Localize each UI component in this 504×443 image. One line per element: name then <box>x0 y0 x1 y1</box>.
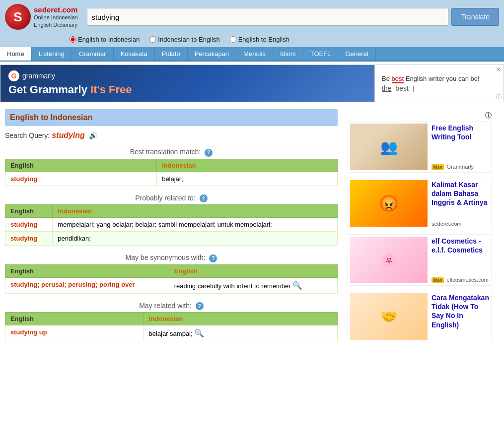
cosmetics-image: 🌸 <box>350 237 428 283</box>
sidebar-ad-text-4: Cara Mengatakan Tidak (How To Say No In … <box>432 293 489 340</box>
logo-icon: S <box>5 4 31 30</box>
info-icon-best[interactable]: ? <box>205 149 213 157</box>
col-english-mr: English <box>5 313 144 325</box>
table-row: studying pendidikan; <box>5 232 338 246</box>
translate-button[interactable]: Translate <box>451 8 499 26</box>
ad-tagline: Get Grammarly It's Free <box>8 83 366 96</box>
angry-image: 😡 <box>350 180 428 227</box>
sidebar: ⓘ 👥 Free English Writing Tool iklan Gram… <box>343 105 497 354</box>
sidebar-ad-2[interactable]: 😡 Kalimat Kasar dalam Bahasa Inggris & A… <box>348 178 492 229</box>
search-icon[interactable]: 🔍 <box>292 281 302 290</box>
sidebar-ad-source-3: iklan elfcosmetics.com <box>432 277 489 283</box>
search-input[interactable] <box>87 8 448 26</box>
col-english-syn1: English <box>5 264 169 277</box>
info-icon-related[interactable]: ? <box>200 194 208 202</box>
sidebar-ad-image-1: 👥 <box>350 124 428 170</box>
section-heading-synonymous: May be synonymous with: ? <box>5 253 338 262</box>
col-indonesian-best: Indonesian <box>157 159 338 172</box>
sidebar-ad-title-4: Cara Mengatakan Tidak (How To Say No In … <box>432 293 489 329</box>
sidebar-ad-title-1: Free English Writing Tool <box>432 124 489 141</box>
nav-item-percakapan[interactable]: Percakapan <box>188 47 236 61</box>
header: S sederet.com Online Indonesian -English… <box>0 0 504 34</box>
translation-cell: reading carefully with intent to remembe… <box>169 277 337 293</box>
col-english-best: English <box>5 159 157 172</box>
radio-english-to-indonesian[interactable]: English to Indonesian <box>70 36 140 43</box>
translation-cell: belajar sampai; 🔍 <box>144 325 338 341</box>
table-row: studying up belajar sampai; 🔍 <box>5 325 338 341</box>
grammarly-g-icon: G <box>8 70 19 81</box>
sidebar-ad-text-3: elf Cosmetics - e.l.f. Cosmetics iklan e… <box>432 237 489 283</box>
ad-info-icon[interactable]: ⓘ <box>496 93 502 101</box>
main-layout: English to Indonesian Search Query: stud… <box>0 105 504 354</box>
search-query-label: Search Query: <box>5 131 50 139</box>
nav-item-home[interactable]: Home <box>0 47 32 61</box>
ad-grammarly-logo: G grammarly <box>8 70 366 81</box>
search-icon[interactable]: 🔍 <box>194 329 204 337</box>
sidebar-ad-text-1: Free English Writing Tool iklan Grammarl… <box>432 124 489 170</box>
sidebar-ad-image-4: 🤝 <box>350 293 428 340</box>
sidebar-ad-image-3: 🌸 <box>350 237 428 283</box>
nav-item-general[interactable]: General <box>338 47 375 61</box>
best-translation-table: English Indonesian studying belajar; <box>5 159 338 186</box>
ad-cursor-line: the best | <box>382 84 497 92</box>
site-name: sederet.com <box>34 5 81 14</box>
search-query-row: Search Query: studying 🔊 <box>5 131 338 140</box>
nav-item-grammar[interactable]: Grammar <box>72 47 114 61</box>
site-description: Online Indonesian -English Dictionary <box>34 14 81 28</box>
word-cell: studying up <box>5 325 144 341</box>
sidebar-ad-3[interactable]: 🌸 elf Cosmetics - e.l.f. Cosmetics iklan… <box>348 234 492 286</box>
ad-right-section: ✕ Be best English writer you can be! the… <box>374 64 504 102</box>
sidebar-ad-1[interactable]: 👥 Free English Writing Tool iklan Gramma… <box>348 121 492 173</box>
section-heading-best: Best translation match: ? <box>5 148 338 157</box>
search-area: Translate <box>87 8 499 26</box>
ad-badge-1: iklan <box>432 164 444 170</box>
sidebar-info-icon[interactable]: ⓘ <box>348 110 492 121</box>
nav-item-pidato[interactable]: Pidato <box>155 47 188 61</box>
translation-cell: belajar; <box>157 172 338 186</box>
hands-image: 🤝 <box>350 293 428 340</box>
table-row: studying belajar; <box>5 172 338 186</box>
translation-direction-row: English to Indonesian Indonesian to Engl… <box>0 34 504 47</box>
sidebar-ad-4[interactable]: 🤝 Cara Mengatakan Tidak (How To Say No I… <box>348 291 492 342</box>
sidebar-ad-text-2: Kalimat Kasar dalam Bahasa Inggris & Art… <box>432 180 489 227</box>
word-cell: studying <box>5 218 53 232</box>
word-cell: studying <box>5 172 157 186</box>
nav-item-toefl[interactable]: TOEFL <box>303 47 339 61</box>
nav-item-idiom[interactable]: Idiom <box>273 47 303 61</box>
nav-item-menulis[interactable]: Menulis <box>236 47 273 61</box>
word-cell: studying; perusal; perusing; poring over <box>5 277 169 293</box>
search-query-word: studying <box>52 131 85 139</box>
sidebar-ad-image-2: 😡 <box>350 180 428 227</box>
section-heading-may-related: May related with: ? <box>5 302 338 311</box>
table-row: studying; perusal; perusing; poring over… <box>5 277 338 293</box>
may-related-table: English Indonesian studying up belajar s… <box>5 312 338 341</box>
ad-close-button[interactable]: ✕ <box>496 65 502 73</box>
radio-english-to-english[interactable]: English to English <box>230 36 289 43</box>
translation-cell: pendidikan; <box>53 232 338 246</box>
page-title: English to Indonesian <box>10 113 333 122</box>
related-table: English Indonesian studying mempelajari;… <box>5 204 338 246</box>
logo-area: S sederet.com Online Indonesian -English… <box>5 4 81 30</box>
col-english-related: English <box>5 205 53 218</box>
nav-item-kosakata[interactable]: Kosakata <box>114 47 155 61</box>
nav-bar: Home Listening Grammar Kosakata Pidato P… <box>0 47 504 62</box>
info-icon-synonymous[interactable]: ? <box>209 254 217 262</box>
ad-banner[interactable]: G grammarly Get Grammarly It's Free ✕ Be… <box>0 64 504 102</box>
ad-badge-3: iklan <box>432 277 444 283</box>
logo-text: sederet.com Online Indonesian -English D… <box>34 5 81 28</box>
col-english-syn2: English <box>169 264 337 277</box>
info-icon-may-related[interactable]: ? <box>196 302 204 310</box>
sidebar-ad-source-1: iklan Grammarly <box>432 164 489 170</box>
nav-item-listening[interactable]: Listening <box>32 47 72 61</box>
speaker-icon[interactable]: 🔊 <box>89 131 97 139</box>
radio-indonesian-to-english[interactable]: Indonesian to English <box>149 36 219 43</box>
content-area: English to Indonesian Search Query: stud… <box>0 105 343 354</box>
table-row: studying mempelajari; yang belajar; bela… <box>5 218 338 232</box>
col-indonesian-related: Indonesian <box>53 205 338 218</box>
translation-cell: mempelajari; yang belajar; belajar; samb… <box>53 218 338 232</box>
ad-left-section: G grammarly Get Grammarly It's Free <box>0 65 374 101</box>
sidebar-ad-source-2: sederet.com <box>432 221 489 227</box>
word-cell: studying <box>5 232 53 246</box>
col-indonesian-mr: Indonesian <box>144 313 338 325</box>
ad-right-title: Be best English writer you can be! <box>382 75 497 82</box>
